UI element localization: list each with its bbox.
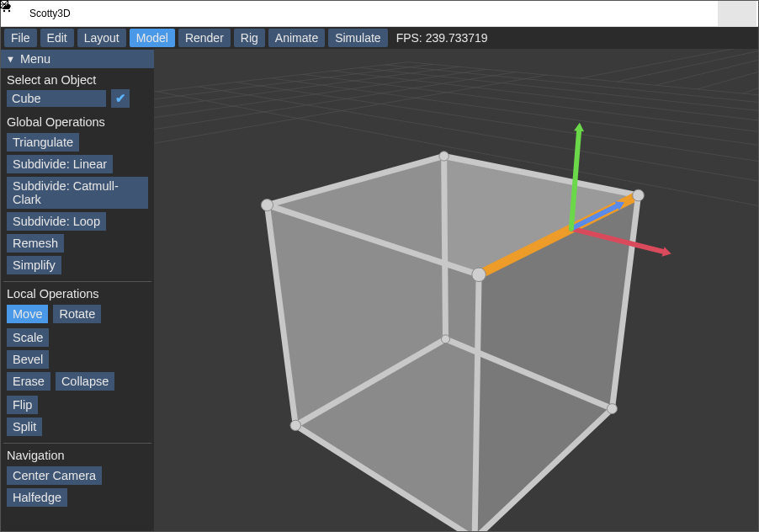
svg-line-26	[743, 49, 758, 93]
edge[interactable]	[475, 274, 479, 531]
menu-render[interactable]: Render	[178, 29, 231, 47]
subdivide-catmull-clark-button[interactable]: Subdivide: Catmull-Clark	[7, 177, 148, 209]
collapse-triangle-icon: ▼	[6, 54, 15, 64]
fps-readout: FPS: 239.733719	[396, 31, 488, 45]
close-button[interactable]	[718, 1, 756, 26]
navigation-label: Navigation	[1, 449, 154, 465]
vertex[interactable]	[607, 404, 617, 414]
object-select[interactable]: Cube	[7, 90, 106, 107]
app-logo-icon	[8, 5, 24, 22]
flip-button[interactable]: Flip	[7, 396, 38, 414]
move-button[interactable]: Move	[7, 305, 48, 323]
divider	[3, 443, 151, 444]
vertex[interactable]	[633, 189, 645, 201]
vertex[interactable]	[290, 420, 300, 430]
svg-line-49	[154, 49, 201, 271]
minimize-button[interactable]	[640, 1, 679, 26]
vertex[interactable]	[439, 152, 448, 161]
triangulate-button[interactable]: Triangulate	[7, 133, 79, 152]
menubar: FileEditLayoutModelRenderRigAnimateSimul…	[1, 27, 758, 49]
bevel-button[interactable]: Bevel	[7, 350, 49, 369]
menu-animate[interactable]: Animate	[268, 29, 325, 47]
object-visible-checkbox[interactable]: ✔	[111, 89, 130, 108]
svg-line-44	[651, 49, 758, 157]
scene-canvas	[154, 49, 758, 531]
select-object-label: Select an Object	[1, 68, 154, 89]
svg-point-0	[3, 10, 5, 12]
menu-file[interactable]: File	[4, 29, 37, 47]
rotate-button[interactable]: Rotate	[53, 305, 101, 323]
panel-header[interactable]: ▼ Menu	[1, 50, 154, 68]
simplify-button[interactable]: Simplify	[7, 256, 61, 274]
menu-edit[interactable]: Edit	[40, 29, 74, 47]
local-ops-label: Local Operations	[1, 287, 154, 303]
vertex[interactable]	[472, 268, 486, 282]
scale-button[interactable]: Scale	[7, 328, 49, 347]
center-camera-button[interactable]: Center Camera	[7, 466, 102, 485]
svg-marker-63	[662, 247, 671, 257]
app-window: Scotty3D FileEditLayoutModelRenderRigAni…	[0, 0, 759, 532]
vertex[interactable]	[261, 200, 273, 211]
titlebar: Scotty3D	[1, 1, 758, 27]
menu-model[interactable]: Model	[130, 29, 175, 47]
collapse-button[interactable]: Collapse	[56, 372, 114, 391]
content-area: ▼ Menu Select an Object Cube ✔ Global Op…	[1, 49, 758, 531]
menu-simulate[interactable]: Simulate	[328, 29, 387, 47]
subdivide-linear-button[interactable]: Subdivide: Linear	[7, 155, 113, 173]
edge[interactable]	[444, 156, 446, 338]
svg-line-42	[735, 49, 758, 146]
maximize-button[interactable]	[679, 1, 718, 26]
remesh-button[interactable]: Remesh	[7, 234, 64, 253]
subdivide-loop-button[interactable]: Subdivide: Loop	[7, 212, 106, 231]
svg-line-24	[698, 49, 758, 89]
viewport-3d[interactable]	[154, 49, 758, 531]
svg-point-1	[8, 10, 10, 12]
svg-line-18	[581, 49, 758, 78]
global-ops-label: Global Operations	[1, 110, 154, 131]
erase-button[interactable]: Erase	[7, 372, 50, 391]
svg-marker-67	[574, 123, 584, 131]
menu-rig[interactable]: Rig	[234, 29, 265, 47]
vertex[interactable]	[441, 335, 449, 343]
divider	[3, 281, 151, 282]
menu-layout[interactable]: Layout	[77, 29, 126, 47]
sidebar: ▼ Menu Select an Object Cube ✔ Global Op…	[1, 49, 154, 531]
split-button[interactable]: Split	[7, 418, 42, 436]
halfedge-button[interactable]: Halfedge	[7, 488, 67, 507]
panel-title: Menu	[20, 52, 50, 66]
app-title: Scotty3D	[29, 8, 640, 19]
